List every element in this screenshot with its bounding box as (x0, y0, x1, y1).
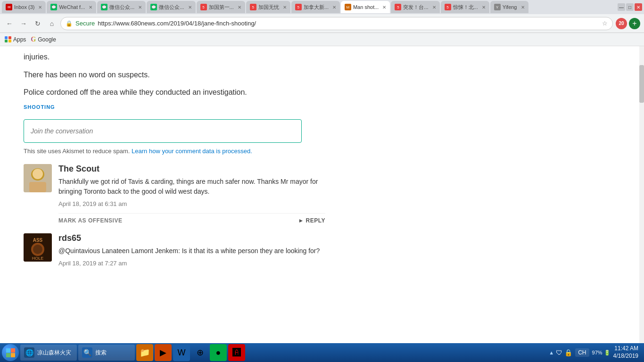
comment-avatar-0 (24, 164, 52, 192)
bookmarks-bar: Apps G Google (0, 33, 644, 46)
akismet-text: This site uses Akismet to reduce spam. (24, 148, 130, 155)
tab-close-button[interactable]: ✕ (432, 5, 436, 10)
shield-icon: 🛡 (556, 349, 562, 356)
taskbar-item-icon: 🔍 (82, 347, 92, 358)
browser-tab-tab9[interactable]: 5突发！台...✕ (391, 1, 439, 13)
add-tab-button[interactable]: + (629, 18, 640, 29)
google-label: Google (38, 36, 56, 43)
battery-indicator: 97% 🔋 (592, 350, 611, 356)
browser-tab-tab3[interactable]: 💬微信公众...✕ (97, 1, 146, 13)
tab-label: Man shot... (353, 4, 379, 10)
tab-favicon: 5 (200, 4, 207, 10)
toolbar-right: 20 + (616, 18, 640, 29)
scrollbar[interactable] (639, 46, 644, 343)
secure-icon: 🔒 (66, 20, 73, 27)
tab-label: 微信公众... (159, 4, 184, 11)
browser-tab-tab10[interactable]: 5惊悚！北...✕ (441, 1, 489, 13)
reply-button-0[interactable]: ► REPLY (298, 217, 325, 224)
taskbar-icon-4[interactable]: W (173, 344, 190, 361)
tab-close-button[interactable]: ✕ (482, 5, 486, 10)
taskbar-item-label: 搜索 (95, 349, 107, 357)
tab-favicon: 💬 (50, 4, 57, 10)
show-hidden-icon[interactable]: ▲ (549, 350, 554, 355)
tab-close-button[interactable]: ✕ (38, 5, 42, 10)
browser-tab-tab2[interactable]: 💬WeChat f...✕ (47, 1, 96, 13)
close-button[interactable]: ✕ (635, 3, 642, 11)
back-button[interactable]: ← (4, 18, 15, 29)
network-icon: 🔒 (564, 349, 572, 356)
taskbar-icon-6[interactable]: ● (210, 344, 227, 361)
start-button[interactable] (2, 344, 19, 361)
svg-rect-2 (29, 182, 46, 192)
browser-tab-tab7[interactable]: 5加拿大新...✕ (291, 1, 340, 13)
svg-rect-10 (6, 348, 10, 353)
tab-favicon: 💬 (101, 4, 107, 10)
address-input[interactable]: 🔒 Secure https://www.680news.com/2019/04… (60, 17, 613, 30)
clock-date: 4/18/2019 (613, 353, 638, 360)
apps-bookmark[interactable]: Apps (5, 36, 26, 43)
window-controls: — □ ✕ (618, 3, 642, 11)
browser-tab-tab8[interactable]: MMan shot...✕ (341, 1, 390, 13)
google-bookmark[interactable]: G Google (31, 36, 56, 43)
shooting-tag[interactable]: SHOOTING (24, 104, 620, 110)
language-indicator[interactable]: CH (575, 348, 589, 357)
taskbar: 🌐凉山森林火灾🔍搜索📁▶W⊕●🅰 ▲ 🛡 🔒 CH 97% 🔋 11:42 AM… (0, 343, 644, 362)
sys-tray: ▲ 🛡 🔒 (549, 349, 572, 356)
tab-close-button[interactable]: ✕ (138, 5, 142, 10)
comment-date-1: April 18, 2019 at 7:27 am (58, 260, 325, 267)
svg-point-4 (33, 169, 43, 179)
tab-close-button[interactable]: ✕ (332, 5, 336, 10)
tab-label: 突发！台... (403, 4, 428, 11)
tab-close-button[interactable]: ✕ (521, 5, 525, 10)
mark-offensive-button-0[interactable]: MARK AS OFFENSIVE (58, 217, 122, 224)
taskbar-icon-5[interactable]: ⊕ (191, 344, 208, 361)
comment-comment1: The ScoutThankfully we got rid of Tavis … (24, 164, 325, 224)
comment-date-0: April 18, 2019 at 6:31 am (58, 200, 325, 207)
comment-comment2: ASS HOLE rds65@Quintavious Lanateen Lamo… (24, 233, 325, 272)
browser-tab-tab4[interactable]: 💬微信公众...✕ (147, 1, 195, 13)
taskbar-item-0[interactable]: 🌐凉山森林火灾 (20, 345, 77, 361)
tab-favicon: M (345, 4, 351, 10)
forward-button[interactable]: → (18, 18, 29, 29)
browser-tab-tab6[interactable]: 5加国无忧✕ (246, 1, 290, 13)
tab-close-button[interactable]: ✕ (382, 5, 386, 10)
taskbar-item-1[interactable]: 🔍搜索 (78, 345, 135, 361)
tab-favicon: 5 (250, 4, 256, 10)
taskbar-icon-7[interactable]: 🅰 (228, 344, 245, 361)
apps-label: Apps (13, 36, 26, 43)
tab-favicon: 💬 (150, 4, 157, 10)
comment-avatar-1: ASS HOLE (24, 233, 52, 262)
browser-tab-tab11[interactable]: YYifeng✕ (490, 1, 528, 13)
akismet-link[interactable]: Learn how your comment data is processed… (132, 148, 252, 155)
reload-button[interactable]: ↻ (32, 18, 43, 29)
tab-close-button[interactable]: ✕ (89, 5, 92, 10)
comment-input-wrapper (24, 119, 302, 143)
home-button[interactable]: ⌂ (46, 18, 58, 29)
tab-label: 加国无忧 (258, 4, 279, 11)
tab-favicon: 5 (395, 4, 401, 10)
clock: 11:42 AM 4/18/2019 (613, 345, 638, 360)
tab-close-button[interactable]: ✕ (238, 5, 241, 10)
tab-close-button[interactable]: ✕ (283, 5, 287, 10)
tab-label: WeChat f... (59, 4, 85, 10)
battery-icon: 🔋 (604, 350, 611, 355)
browser-tab-tab1[interactable]: ✉Inbox (3)✕ (2, 1, 46, 13)
browser-tab-tab5[interactable]: 5加国第一...✕ (197, 1, 245, 13)
tab-close-button[interactable]: ✕ (188, 5, 192, 10)
url-text: https://www.680news.com/2019/04/18/jane-… (98, 20, 599, 27)
notification-badge[interactable]: 20 (616, 18, 627, 29)
taskbar-icon-3[interactable]: ▶ (155, 344, 172, 361)
comment-author-1: rds65 (58, 233, 325, 243)
battery-text: 97% (592, 350, 603, 355)
taskbar-item-label: 凉山森林火灾 (37, 349, 71, 357)
scrollbar-thumb[interactable] (639, 65, 644, 103)
minimize-button[interactable]: — (618, 3, 625, 11)
taskbar-icon-2[interactable]: 📁 (136, 344, 153, 361)
comment-actions-0: MARK AS OFFENSIVE► REPLY (58, 213, 325, 224)
comment-input[interactable] (24, 120, 301, 142)
svg-text:HOLE: HOLE (32, 256, 44, 261)
comment-text-0: Thankfully we got rid of Tavis & carding… (58, 177, 325, 197)
comments-container: The ScoutThankfully we got rid of Tavis … (24, 164, 620, 272)
maximize-button[interactable]: □ (626, 3, 634, 11)
bookmark-star-icon[interactable]: ☆ (602, 20, 608, 27)
